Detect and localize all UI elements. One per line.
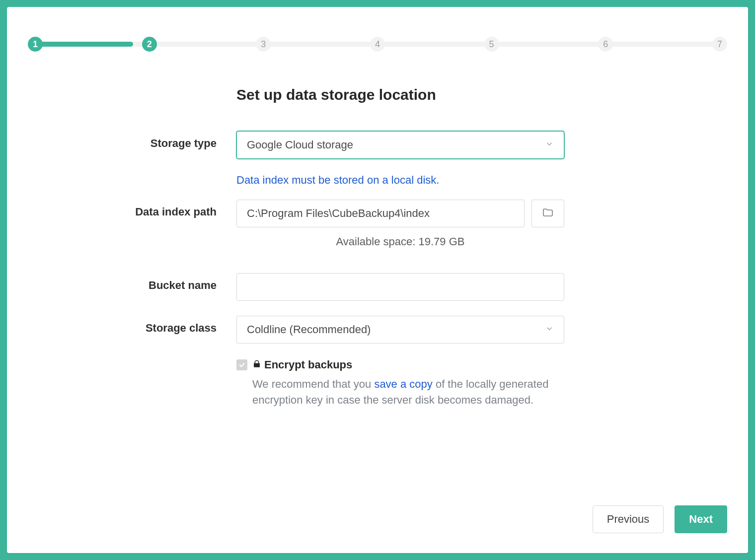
data-index-hint: Data index must be stored on a local dis… bbox=[236, 174, 564, 187]
step-5-dot: 5 bbox=[484, 37, 499, 52]
save-a-copy-link[interactable]: save a copy bbox=[374, 378, 432, 390]
previous-button[interactable]: Previous bbox=[593, 505, 664, 533]
step-4-dot: 4 bbox=[370, 37, 385, 52]
step-2-dot[interactable]: 2 bbox=[142, 37, 157, 52]
next-button[interactable]: Next bbox=[675, 505, 727, 533]
browse-folder-button[interactable] bbox=[531, 200, 564, 227]
step-6-dot: 6 bbox=[598, 37, 613, 52]
setup-panel: 1 2 3 4 5 6 7 Set up data storage locati… bbox=[7, 7, 748, 553]
page-title: Set up data storage location bbox=[236, 86, 727, 103]
storage-class-value: Coldline (Recommended) bbox=[247, 323, 371, 336]
encrypt-backups-label: Encrypt backups bbox=[252, 358, 352, 371]
data-index-path-input[interactable]: C:\Program Files\CubeBackup4\index bbox=[236, 200, 525, 227]
folder-icon bbox=[542, 207, 554, 220]
bucket-name-label: Bucket name bbox=[28, 273, 236, 292]
step-7-dot: 7 bbox=[712, 37, 727, 52]
step-indicator: 1 2 3 4 5 6 7 bbox=[28, 37, 727, 52]
available-space: Available space: 19.79 GB bbox=[236, 235, 564, 248]
bucket-name-input[interactable] bbox=[236, 273, 564, 301]
storage-class-label: Storage class bbox=[28, 316, 236, 335]
lock-icon bbox=[252, 358, 261, 371]
chevron-down-icon bbox=[545, 323, 554, 336]
storage-type-select[interactable]: Google Cloud storage bbox=[236, 131, 564, 159]
storage-type-label: Storage type bbox=[28, 131, 236, 150]
chevron-down-icon bbox=[545, 139, 554, 151]
data-index-path-value: C:\Program Files\CubeBackup4\index bbox=[247, 207, 430, 220]
encrypt-backups-checkbox[interactable] bbox=[236, 359, 247, 370]
step-3-dot: 3 bbox=[256, 37, 271, 52]
storage-type-value: Google Cloud storage bbox=[247, 139, 353, 151]
encrypt-recommendation: We recommend that you save a copy of the… bbox=[252, 376, 564, 408]
data-index-path-label: Data index path bbox=[28, 200, 236, 218]
step-1-dot[interactable]: 1 bbox=[28, 37, 43, 52]
storage-class-select[interactable]: Coldline (Recommended) bbox=[236, 316, 564, 344]
